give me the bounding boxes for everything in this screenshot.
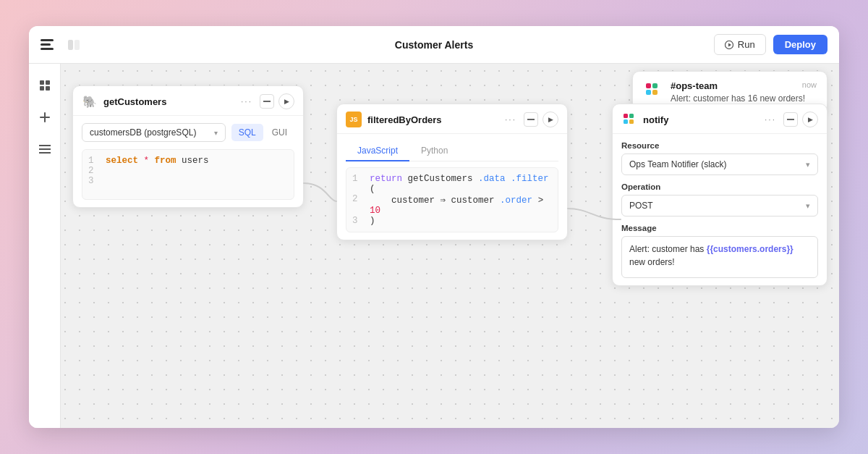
javascript-tab[interactable]: JavaScript — [346, 141, 409, 161]
notify-node-actions: ··· ▶ — [762, 112, 818, 127]
message-textarea[interactable]: Alert: customer has {{customers.orders}}… — [621, 236, 818, 278]
sidebar-toggle-button[interactable] — [62, 33, 85, 56]
svg-rect-21 — [629, 114, 634, 118]
get-customers-header: 🐘 getCustomers ··· ▶ — [73, 86, 303, 116]
sql-tab[interactable]: SQL — [231, 124, 263, 141]
filtered-body: JavaScript Python 1 return getCustomers … — [337, 134, 567, 240]
code-line-3: 3 — [88, 176, 288, 186]
svg-rect-0 — [68, 40, 73, 50]
slack-notif-icon — [643, 80, 663, 104]
node-run-button[interactable]: ▶ — [542, 112, 558, 127]
sql-editor[interactable]: 1 select * from users 2 — [82, 149, 294, 200]
filtered-by-orders-node: JS filteredByOrders ··· ▶ JavaScript Pyt… — [336, 104, 568, 240]
node-run-button[interactable]: ▶ — [802, 112, 818, 127]
more-options-button[interactable]: ··· — [502, 113, 519, 126]
minimize-button[interactable] — [783, 112, 798, 127]
slack-icon — [621, 112, 637, 127]
js-editor[interactable]: 1 return getCustomers .data .filter ( 2 — [346, 167, 558, 232]
resource-dropdown[interactable]: Ops Team Notifier (slack) ▾ — [621, 154, 818, 175]
list-icon[interactable] — [35, 139, 55, 159]
app-window: Customer Alerts Run Deploy — [29, 26, 839, 428]
gui-tab[interactable]: GUI — [265, 124, 294, 141]
page-title: Customer Alerts — [395, 39, 473, 51]
node-run-button[interactable]: ▶ — [278, 93, 294, 109]
svg-rect-23 — [787, 119, 794, 120]
svg-rect-16 — [652, 90, 658, 95]
svg-rect-20 — [624, 119, 628, 124]
svg-rect-18 — [527, 119, 535, 120]
chevron-down-icon: ▾ — [806, 160, 810, 169]
run-button[interactable]: Run — [714, 34, 766, 55]
deploy-button[interactable]: Deploy — [773, 35, 827, 54]
notify-header: notify ··· ▶ — [613, 104, 827, 134]
svg-rect-17 — [263, 101, 271, 102]
operation-dropdown[interactable]: POST ▾ — [621, 195, 818, 217]
chevron-down-icon: ▾ — [806, 201, 810, 211]
svg-rect-6 — [40, 86, 44, 91]
js-line-3: 3 ) — [352, 216, 552, 226]
svg-rect-19 — [624, 114, 628, 118]
node-actions: ··· ▶ — [238, 93, 294, 109]
svg-rect-13 — [646, 83, 651, 88]
svg-rect-4 — [40, 80, 44, 85]
filtered-node-actions: ··· ▶ — [502, 112, 558, 127]
svg-rect-15 — [652, 83, 658, 88]
js-line-2: 2 customer ⇒ customer .order > 10 — [352, 194, 552, 216]
filtered-header: JS filteredByOrders ··· ▶ — [337, 104, 567, 134]
svg-rect-1 — [75, 40, 80, 50]
notify-node: notify ··· ▶ Resource Ops Team Notifier … — [612, 104, 827, 286]
svg-rect-22 — [629, 119, 634, 124]
code-line-2: 2 — [88, 166, 288, 176]
workflow-canvas: #ops-team Alert: customer has 16 new ord… — [29, 64, 839, 428]
minimize-button[interactable] — [260, 94, 274, 109]
header: Customer Alerts Run Deploy — [29, 26, 839, 64]
svg-rect-5 — [46, 80, 50, 85]
code-line-1: 1 select * from users — [88, 156, 288, 166]
js-icon: JS — [346, 112, 362, 127]
header-actions: Run Deploy — [714, 34, 827, 55]
plus-icon[interactable] — [35, 107, 55, 127]
logo-icon — [41, 39, 54, 50]
notify-body: Resource Ops Team Notifier (slack) ▾ Ope… — [613, 134, 827, 285]
more-options-button[interactable]: ··· — [762, 113, 779, 126]
minimize-button[interactable] — [524, 112, 538, 127]
notification-content: #ops-team Alert: customer has 16 new ord… — [671, 80, 805, 104]
more-options-button[interactable]: ··· — [238, 95, 255, 108]
db-selector-row: customersDB (postgreSQL) ▾ SQL GUI — [82, 123, 294, 142]
grid-icon[interactable] — [35, 75, 55, 96]
language-tabs: JavaScript Python — [346, 141, 558, 161]
left-sidebar — [29, 64, 61, 428]
svg-rect-7 — [46, 86, 50, 91]
svg-marker-3 — [728, 43, 731, 46]
chevron-down-icon: ▾ — [214, 129, 218, 137]
postgres-icon: 🐘 — [82, 93, 98, 109]
python-tab[interactable]: Python — [409, 141, 459, 161]
svg-rect-14 — [646, 90, 651, 95]
get-customers-node: 🐘 getCustomers ··· ▶ customersDB (postgr… — [72, 85, 304, 208]
sql-gui-tabs: SQL GUI — [231, 124, 294, 141]
db-selector-dropdown[interactable]: customersDB (postgreSQL) ▾ — [82, 123, 226, 142]
get-customers-body: customersDB (postgreSQL) ▾ SQL GUI 1 sel… — [73, 116, 303, 207]
js-line-1: 1 return getCustomers .data .filter ( — [352, 174, 552, 194]
